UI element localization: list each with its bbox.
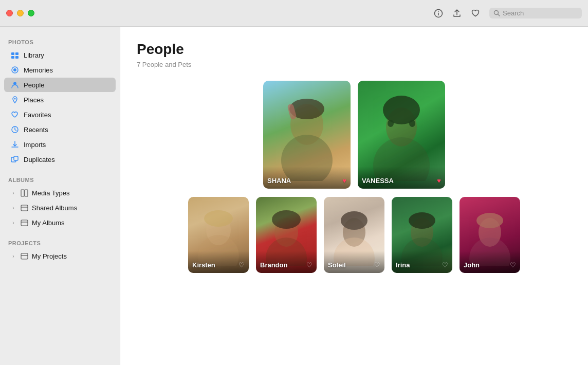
person-card-brandon[interactable]: Brandon ♡ bbox=[256, 197, 317, 273]
person-card-john[interactable]: John ♡ bbox=[460, 197, 520, 273]
svg-rect-17 bbox=[25, 190, 28, 196]
favorites-icon bbox=[10, 110, 20, 119]
heart-toolbar-icon[interactable] bbox=[471, 9, 480, 18]
favorite-heart-soleil[interactable]: ♡ bbox=[374, 261, 380, 269]
svg-rect-8 bbox=[15, 56, 19, 59]
media-types-icon bbox=[20, 188, 29, 197]
person-name-irina: Irina bbox=[396, 261, 410, 269]
library-icon bbox=[10, 50, 20, 60]
svg-point-29 bbox=[409, 120, 415, 127]
sidebar-item-recents[interactable]: Recents bbox=[4, 122, 116, 137]
svg-point-28 bbox=[388, 120, 394, 127]
favorite-heart-vanessa[interactable]: ♥ bbox=[437, 177, 441, 185]
svg-point-44 bbox=[476, 213, 503, 228]
my-projects-icon bbox=[20, 251, 29, 261]
favorite-heart-brandon[interactable]: ♡ bbox=[306, 261, 313, 269]
svg-point-41 bbox=[409, 212, 435, 229]
person-name-kirsten: Kirsten bbox=[192, 261, 215, 269]
person-name-bar-john: John ♡ bbox=[460, 251, 520, 273]
people-grid: SHANA ♥ VANE bbox=[137, 81, 572, 273]
favorite-heart-john[interactable]: ♡ bbox=[510, 261, 516, 269]
person-card-shana[interactable]: SHANA ♥ bbox=[263, 81, 351, 189]
svg-point-2 bbox=[438, 11, 439, 12]
albums-section-label: Albums bbox=[0, 173, 120, 185]
people-icon bbox=[10, 80, 20, 89]
sidebar-item-shared-albums[interactable]: › Shared Albums bbox=[4, 200, 116, 215]
svg-rect-7 bbox=[11, 56, 14, 59]
chevron-icon: › bbox=[10, 220, 16, 226]
chevron-icon: › bbox=[10, 205, 16, 211]
chevron-icon: › bbox=[10, 190, 16, 196]
person-card-soleil[interactable]: Soleil ♡ bbox=[324, 197, 384, 273]
favorite-heart-irina[interactable]: ♡ bbox=[442, 261, 448, 269]
people-label: People bbox=[24, 81, 109, 89]
media-types-label: Media Types bbox=[32, 189, 109, 197]
person-name-soleil: Soleil bbox=[328, 261, 346, 269]
memories-label: Memories bbox=[24, 66, 109, 74]
svg-rect-19 bbox=[21, 220, 28, 226]
svg-rect-1 bbox=[438, 13, 439, 15]
sidebar-item-duplicates[interactable]: Duplicates bbox=[4, 152, 116, 167]
svg-line-4 bbox=[498, 14, 500, 16]
person-card-vanessa[interactable]: VANESSA ♥ bbox=[358, 81, 445, 189]
share-icon[interactable] bbox=[452, 9, 462, 18]
sidebar-item-library[interactable]: Library bbox=[4, 48, 116, 62]
sidebar-item-favorites[interactable]: Favorites bbox=[4, 107, 116, 122]
duplicates-label: Duplicates bbox=[24, 156, 109, 163]
person-name-bar-brandon: Brandon ♡ bbox=[256, 251, 317, 273]
shared-albums-icon bbox=[20, 203, 29, 212]
person-name-bar-soleil: Soleil ♡ bbox=[324, 251, 384, 273]
my-projects-label: My Projects bbox=[32, 252, 109, 260]
page-subtitle: 7 People and Pets bbox=[137, 61, 572, 68]
sidebar-item-imports[interactable]: Imports bbox=[4, 137, 116, 152]
sidebar-item-media-types[interactable]: › Media Types bbox=[4, 186, 116, 200]
favorite-heart-shana[interactable]: ♥ bbox=[342, 177, 346, 185]
places-label: Places bbox=[24, 96, 109, 104]
person-name-brandon: Brandon bbox=[260, 261, 287, 269]
photos-section-label: Photos bbox=[0, 35, 120, 47]
recents-label: Recents bbox=[24, 126, 109, 134]
svg-rect-15 bbox=[14, 156, 18, 160]
shared-albums-label: Shared Albums bbox=[32, 204, 109, 212]
chevron-icon: › bbox=[10, 253, 16, 259]
imports-icon bbox=[10, 140, 20, 149]
person-card-kirsten[interactable]: Kirsten ♡ bbox=[188, 197, 249, 273]
titlebar-actions bbox=[434, 8, 582, 19]
sidebar: Photos Library Memories bbox=[0, 27, 120, 365]
app-body: Photos Library Memories bbox=[0, 27, 588, 365]
person-name-john: John bbox=[464, 261, 480, 269]
svg-rect-18 bbox=[21, 205, 28, 211]
svg-rect-20 bbox=[21, 253, 28, 259]
recents-icon bbox=[10, 125, 20, 134]
sidebar-item-places[interactable]: Places bbox=[4, 93, 116, 107]
svg-point-35 bbox=[272, 210, 301, 229]
svg-rect-6 bbox=[15, 52, 19, 55]
maximize-button[interactable] bbox=[28, 10, 34, 16]
person-name-vanessa: VANESSA bbox=[362, 177, 394, 185]
svg-rect-16 bbox=[21, 190, 24, 196]
my-albums-icon bbox=[20, 218, 29, 227]
svg-point-38 bbox=[341, 211, 368, 230]
favorite-heart-kirsten[interactable]: ♡ bbox=[238, 261, 245, 269]
person-name-bar-shana: SHANA ♥ bbox=[263, 167, 351, 189]
sidebar-item-my-albums[interactable]: › My Albums bbox=[4, 215, 116, 230]
minimize-button[interactable] bbox=[17, 10, 24, 16]
main-content: People 7 People and Pets bbox=[120, 27, 588, 365]
sidebar-item-memories[interactable]: Memories bbox=[4, 63, 116, 77]
person-card-irina[interactable]: Irina ♡ bbox=[392, 197, 452, 273]
person-name-bar-vanessa: VANESSA ♥ bbox=[358, 167, 445, 189]
traffic-lights bbox=[6, 10, 34, 16]
search-icon bbox=[493, 10, 500, 16]
info-icon[interactable] bbox=[434, 9, 443, 18]
person-name-bar-kirsten: Kirsten ♡ bbox=[188, 251, 249, 273]
people-row-2: Kirsten ♡ Brandon ♡ bbox=[137, 197, 572, 273]
person-name-bar-irina: Irina ♡ bbox=[392, 251, 452, 273]
imports-label: Imports bbox=[24, 141, 109, 149]
search-input[interactable] bbox=[503, 9, 575, 17]
sidebar-item-people[interactable]: People bbox=[4, 78, 116, 92]
close-button[interactable] bbox=[6, 10, 13, 16]
sidebar-item-my-projects[interactable]: › My Projects bbox=[4, 249, 116, 263]
search-box[interactable] bbox=[489, 8, 582, 19]
svg-rect-5 bbox=[11, 52, 14, 55]
svg-point-27 bbox=[383, 96, 420, 124]
